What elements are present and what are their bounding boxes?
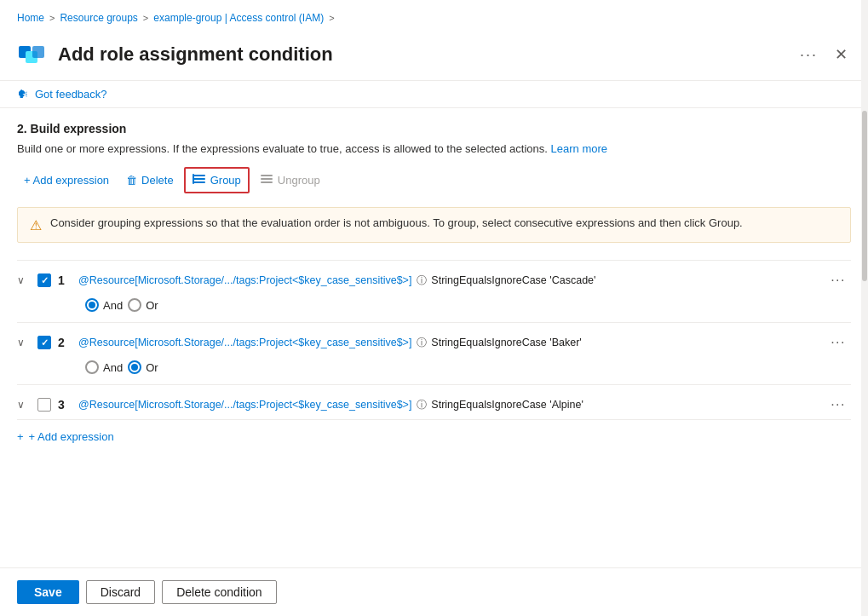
ungroup-icon [260,172,273,188]
svg-rect-3 [193,175,205,176]
radio-and-label-1: And [103,299,123,312]
ungroup-button[interactable]: Ungroup [253,169,327,192]
main-panel: Home > Resource groups > example-group |… [0,0,868,616]
logic-row-1: And Or [17,291,851,319]
warning-box: ⚠ Consider grouping expressions so that … [17,207,851,243]
delete-label: Delete [141,174,174,187]
radio-and-label-2: And [103,361,123,374]
expression-row-1: ∨ 1 @Resource[Microsoft.Storage/.../tags… [17,260,851,322]
expr-text-2: @Resource[Microsoft.Storage/.../tags:Pro… [78,336,819,350]
expr-operator-2[interactable]: StringEqualsIgnoreCase [431,337,547,348]
azure-icon [17,39,48,70]
expr-operator-3[interactable]: StringEqualsIgnoreCase [431,399,547,411]
svg-rect-2 [32,46,44,58]
expr-info-icon-2: ⓘ [417,337,427,348]
expr-info-icon-1: ⓘ [417,274,427,286]
section-number: 2. [17,122,27,135]
feedback-bar[interactable]: 🗣 Got feedback? [0,81,868,108]
delete-button[interactable]: 🗑 Delete [119,170,181,190]
svg-rect-8 [261,178,273,180]
expr-text-1: @Resource[Microsoft.Storage/.../tags:Pro… [78,273,819,288]
toolbar: + Add expression 🗑 Delete Group [17,167,851,193]
expr-main-3: ∨ 3 @Resource[Microsoft.Storage/.../tags… [17,394,851,416]
expr-num-2: 2 [58,336,72,349]
more-options-button[interactable]: ··· [800,46,818,64]
svg-rect-7 [261,175,273,176]
section-name: Build expression [31,122,127,135]
radio-and-2[interactable]: And [85,360,123,374]
radio-group-2: And Or [85,360,158,374]
group-icon [193,172,206,188]
footer: Save Discard Delete condition [0,567,868,616]
expr-attr-1[interactable]: @Resource[Microsoft.Storage/.../tags:Pro… [78,274,411,286]
scrollbar-thumb[interactable] [862,111,867,281]
expr-checkbox-3[interactable] [37,398,51,412]
scrollbar-track [861,0,868,616]
feedback-label: Got feedback? [35,88,107,101]
learn-more-link[interactable]: Learn more [551,142,607,155]
radio-and-1[interactable]: And [85,298,123,312]
expr-value-2: 'Baker' [549,337,581,348]
group-button[interactable]: Group [184,167,250,193]
expr-attr-2[interactable]: @Resource[Microsoft.Storage/.../tags:Pro… [78,337,411,348]
section-desc-text: Build one or more expressions. If the ex… [17,142,548,155]
expr-chevron-2[interactable]: ∨ [17,337,31,348]
radio-or-2[interactable]: Or [128,360,158,374]
content-area: 2. Build expression Build one or more ex… [0,108,868,567]
add-expression-icon: + [17,430,24,443]
group-icon-svg [193,172,206,186]
breadcrumb-sep-1: > [49,13,55,23]
expr-more-3[interactable]: ··· [825,397,851,412]
expr-main-2: ∨ 2 @Resource[Microsoft.Storage/.../tags… [17,331,851,354]
radio-or-label-2: Or [146,361,158,374]
svg-rect-9 [261,181,273,183]
expr-more-2[interactable]: ··· [825,335,851,350]
warning-icon: ⚠ [30,217,42,233]
expr-chevron-1[interactable]: ∨ [17,274,31,286]
close-button[interactable]: ✕ [831,43,851,66]
discard-button[interactable]: Discard [86,580,155,604]
svg-rect-4 [193,178,205,180]
svg-rect-5 [193,181,205,183]
expr-num-3: 3 [58,398,72,412]
add-expression-link[interactable]: + + Add expression [17,420,851,450]
group-label: Group [210,174,241,187]
header: Add role assignment condition ··· ✕ [0,32,868,81]
breadcrumb-sep-3: > [329,13,334,23]
breadcrumb-example-group[interactable]: example-group | Access control (IAM) [153,12,324,24]
expr-operator-1[interactable]: StringEqualsIgnoreCase [431,274,547,286]
expression-list: ∨ 1 @Resource[Microsoft.Storage/.../tags… [17,260,851,420]
radio-circle-and-1 [85,298,99,312]
logic-row-2: And Or [17,354,851,381]
expr-value-3: 'Alpine' [549,399,583,411]
expr-main-1: ∨ 1 @Resource[Microsoft.Storage/.../tags… [17,269,851,291]
save-button[interactable]: Save [17,580,79,604]
breadcrumb-home[interactable]: Home [17,12,44,24]
radio-or-label-1: Or [146,299,158,312]
expr-checkbox-1[interactable] [37,273,51,287]
ungroup-label: Ungroup [278,174,320,187]
add-expression-button[interactable]: + Add expression [17,170,116,190]
delete-icon: 🗑 [126,174,137,187]
expr-info-icon-3: ⓘ [417,399,427,411]
expr-num-1: 1 [58,273,72,287]
radio-group-1: And Or [85,298,158,312]
delete-condition-button[interactable]: Delete condition [162,580,276,604]
expr-checkbox-2[interactable] [37,336,51,349]
svg-rect-6 [193,174,194,184]
breadcrumb-resource-groups[interactable]: Resource groups [60,12,137,24]
page-title: Add role assignment condition [58,43,800,66]
breadcrumb: Home > Resource groups > example-group |… [0,0,868,32]
expr-attr-3[interactable]: @Resource[Microsoft.Storage/.../tags:Pro… [78,399,411,411]
warning-text: Consider grouping expressions so that th… [50,216,743,229]
feedback-icon: 🗣 [17,88,28,101]
radio-or-1[interactable]: Or [128,298,158,312]
ungroup-icon-svg [260,172,273,186]
expression-row-2: ∨ 2 @Resource[Microsoft.Storage/.../tags… [17,322,851,384]
expr-chevron-3[interactable]: ∨ [17,399,31,411]
radio-circle-or-1 [128,298,141,312]
expression-row-3: ∨ 3 @Resource[Microsoft.Storage/.../tags… [17,384,851,420]
breadcrumb-sep-2: > [143,13,148,23]
expr-value-1: 'Cascade' [549,274,595,286]
expr-more-1[interactable]: ··· [825,273,851,288]
